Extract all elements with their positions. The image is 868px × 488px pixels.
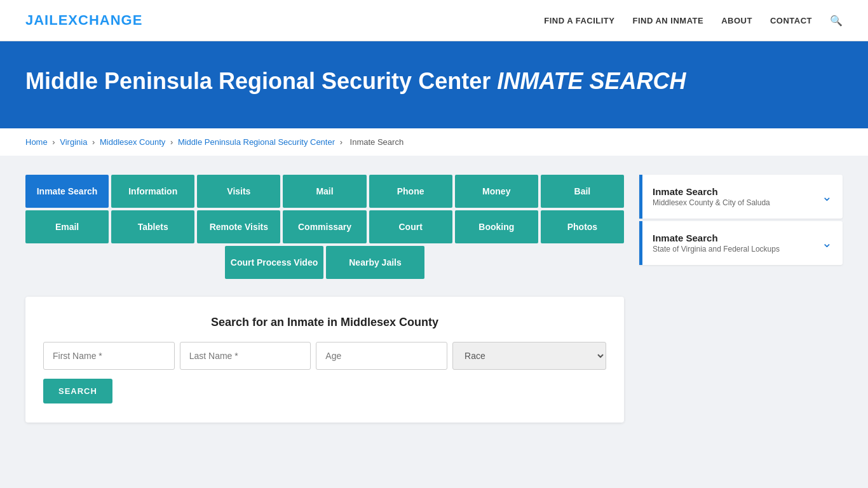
search-fields: Race Any White Black Hispanic Asian Othe… bbox=[43, 342, 606, 370]
tab-phone[interactable]: Phone bbox=[369, 175, 452, 208]
contact-link[interactable]: CONTACT bbox=[770, 16, 812, 25]
tabs-row2: Email Tablets Remote Visits Commissary C… bbox=[25, 210, 624, 243]
sidebar-inmate-search-2[interactable]: Inmate Search State of Virginia and Fede… bbox=[639, 221, 843, 265]
breadcrumb: Home › Virginia › Middlesex County › Mid… bbox=[0, 128, 868, 156]
find-a-facility-link[interactable]: FIND A FACILITY bbox=[544, 16, 614, 25]
nav-links: FIND A FACILITY FIND AN INMATE ABOUT CON… bbox=[544, 15, 843, 27]
tabs-row1: Inmate Search Information Visits Mail Ph… bbox=[25, 175, 624, 208]
tab-booking[interactable]: Booking bbox=[455, 210, 538, 243]
about-link[interactable]: ABOUT bbox=[721, 16, 752, 25]
search-icon[interactable]: 🔍 bbox=[830, 15, 843, 27]
tab-email[interactable]: Email bbox=[25, 210, 109, 243]
first-name-input[interactable] bbox=[43, 342, 175, 370]
breadcrumb-facility[interactable]: Middle Peninsula Regional Security Cente… bbox=[178, 137, 335, 147]
breadcrumb-middlesex[interactable]: Middlesex County bbox=[100, 137, 165, 147]
breadcrumb-current: Inmate Search bbox=[350, 137, 404, 147]
hero-section: Middle Peninsula Regional Security Cente… bbox=[0, 41, 868, 128]
breadcrumb-virginia[interactable]: Virginia bbox=[60, 137, 87, 147]
tab-mail[interactable]: Mail bbox=[283, 175, 366, 208]
tab-court[interactable]: Court bbox=[369, 210, 452, 243]
tab-remote-visits[interactable]: Remote Visits bbox=[197, 210, 280, 243]
hero-title: Middle Peninsula Regional Security Cente… bbox=[25, 67, 843, 97]
tab-visits[interactable]: Visits bbox=[197, 175, 280, 208]
age-input[interactable] bbox=[316, 342, 447, 370]
sidebar-inmate-search-1[interactable]: Inmate Search Middlesex County & City of… bbox=[639, 175, 843, 219]
logo-exchange: EXCHANGE bbox=[58, 12, 143, 28]
main-nav: JAILEXCHANGE FIND A FACILITY FIND AN INM… bbox=[0, 0, 868, 41]
tab-information[interactable]: Information bbox=[111, 175, 194, 208]
tab-bail[interactable]: Bail bbox=[541, 175, 624, 208]
left-panel: Inmate Search Information Visits Mail Ph… bbox=[25, 175, 624, 423]
tabs-row3: Court Process Video Nearby Jails bbox=[25, 246, 624, 279]
content-area: Inmate Search Information Visits Mail Ph… bbox=[0, 156, 868, 442]
tab-court-process-video[interactable]: Court Process Video bbox=[225, 246, 323, 279]
sidebar-item-2-subtitle: State of Virginia and Federal Lockups bbox=[653, 245, 780, 254]
tab-nearby-jails[interactable]: Nearby Jails bbox=[326, 246, 424, 279]
search-title: Search for an Inmate in Middlesex County bbox=[43, 316, 606, 329]
race-select[interactable]: Race Any White Black Hispanic Asian Othe… bbox=[452, 342, 606, 370]
sidebar-item-1-title: Inmate Search bbox=[653, 186, 770, 197]
tab-commissary[interactable]: Commissary bbox=[283, 210, 366, 243]
right-sidebar: Inmate Search Middlesex County & City of… bbox=[639, 175, 843, 268]
site-logo: JAILEXCHANGE bbox=[25, 12, 142, 29]
sidebar-item-2-title: Inmate Search bbox=[653, 233, 780, 243]
chevron-down-icon-2: ⌄ bbox=[822, 235, 832, 250]
tab-tablets[interactable]: Tablets bbox=[111, 210, 194, 243]
last-name-input[interactable] bbox=[180, 342, 311, 370]
tab-inmate-search[interactable]: Inmate Search bbox=[25, 175, 109, 208]
chevron-down-icon: ⌄ bbox=[822, 189, 832, 204]
logo-jail: JAIL bbox=[25, 12, 58, 28]
search-button[interactable]: SEARCH bbox=[43, 379, 112, 403]
search-box: Search for an Inmate in Middlesex County… bbox=[25, 297, 624, 423]
breadcrumb-home[interactable]: Home bbox=[25, 137, 48, 147]
tab-money[interactable]: Money bbox=[455, 175, 538, 208]
find-an-inmate-link[interactable]: FIND AN INMATE bbox=[632, 16, 703, 25]
tab-photos[interactable]: Photos bbox=[541, 210, 624, 243]
sidebar-item-1-subtitle: Middlesex County & City of Saluda bbox=[653, 198, 770, 207]
